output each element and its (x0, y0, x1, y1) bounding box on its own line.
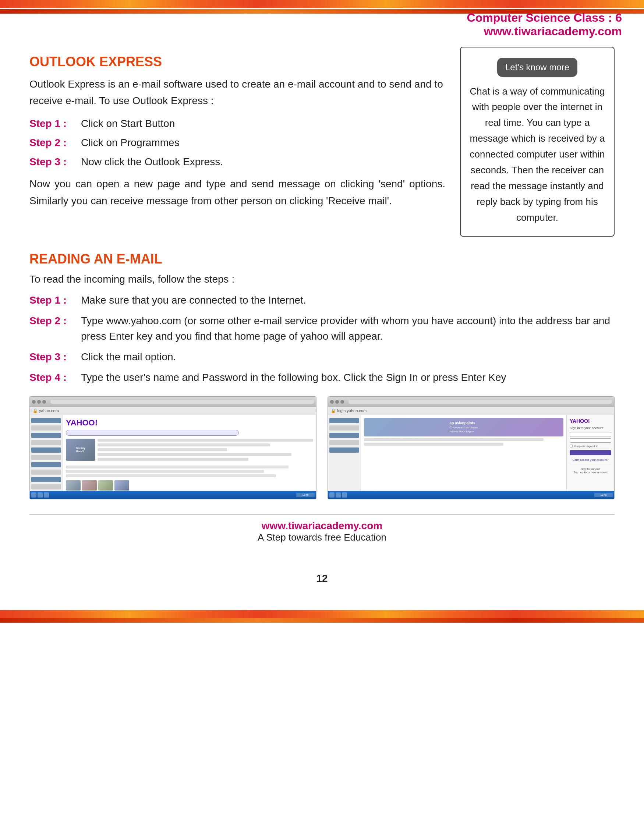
ss2-asianpaints-text: ap asianpaintsChoose extraordinaryhomes … (450, 421, 478, 433)
ss1-content-blocks: GalaxyNote5 (66, 439, 313, 463)
ss1-trend2 (66, 470, 264, 473)
footer-divider (30, 514, 614, 515)
ss1-browser-bar: 🔒 yahoo.com (30, 407, 316, 415)
ss1-dot3 (42, 400, 46, 404)
ss1-url: 🔒 yahoo.com (33, 408, 59, 413)
page-number: 12 (30, 572, 614, 584)
section2-title: READING AN E-MAIL (30, 251, 614, 267)
ss1-line5 (97, 458, 248, 461)
ss2-sidebar-item2 (329, 425, 359, 431)
ss1-sidebar-item6 (31, 455, 61, 460)
reading-step2-label: Step 2 : (30, 313, 81, 329)
ss1-sidebar-item8 (31, 470, 61, 475)
ss1-trending (66, 466, 313, 477)
bottom-gradient-bar (0, 610, 644, 618)
ss2-main: ap asianpaintsChoose extraordinaryhomes … (361, 415, 566, 491)
ss2-sidebar-item4 (329, 440, 359, 445)
bottom-gradient-bar2 (0, 618, 644, 623)
ss2-taskbar: 12:45 (328, 491, 614, 499)
left-column: OUTLOOK EXPRESS Outlook Express is an e-… (30, 43, 445, 209)
ss2-time: 12:45 (594, 493, 613, 497)
section1-paragraph: Now you can open a new page and type and… (30, 176, 445, 209)
ss1-img-block: GalaxyNote5 (66, 439, 95, 461)
screenshots-container: 🔒 yahoo.com (30, 396, 614, 499)
ss2-task-icon1 (335, 492, 341, 497)
page-content: OUTLOOK EXPRESS Outlook Express is an e-… (0, 14, 644, 607)
ss2-dot1 (330, 400, 334, 404)
ss2-content: ap asianpaintsChoose extraordinaryhomes … (328, 415, 614, 491)
ss2-tab-bar (348, 400, 612, 404)
ss1-sidebar-item5 (31, 447, 61, 453)
ss1-sidebar-item7 (31, 462, 61, 467)
ss1-bottom-img4 (114, 480, 129, 491)
ss1-bottom-img1 (66, 480, 81, 491)
reading-step1-label: Step 1 : (30, 293, 81, 308)
reading-step3-row: Step 3 : Click the mail option. (30, 349, 614, 365)
reading-step4-row: Step 4 : Type the user's name and Passwo… (30, 370, 614, 385)
step1-row: Step 1 : Click on Start Button (30, 116, 445, 132)
ss2-signin-button (570, 450, 611, 455)
ss2-signin-title: Sign in to your account (570, 426, 611, 430)
ss2-url: 🔒 login.yahoo.com (331, 408, 367, 413)
footer-website: www.tiwariacademy.com (30, 520, 614, 532)
ss1-sidebar-item1 (31, 418, 61, 423)
footer-tagline: A Step towards free Education (30, 532, 614, 543)
ss1-search-bar (66, 430, 239, 436)
right-column: Let's know more Chat is a way of communi… (460, 43, 614, 237)
ss1-sidebar-item3 (31, 433, 61, 438)
step2-row: Step 2 : Click on Programmes (30, 135, 445, 151)
ss2-remember-checkbox (570, 445, 573, 447)
ss2-sidebar (328, 415, 361, 491)
ss1-task-icon1 (38, 492, 43, 497)
step3-text: Now click the Outlook Express. (81, 154, 223, 169)
ss1-toolbar (30, 397, 316, 407)
know-more-text: Chat is a way of communicating with peop… (470, 83, 605, 226)
page-footer: www.tiwariacademy.com A Step towards fre… (30, 514, 614, 565)
screenshot2: 🔒 login.yahoo.com ap asianpaints (327, 396, 614, 499)
step3-row: Step 3 : Now click the Outlook Express. (30, 154, 445, 169)
ss2-sidebar-item1 (329, 418, 359, 423)
ss2-line2 (364, 443, 503, 445)
ss1-sidebar-item9 (31, 477, 61, 482)
section2-intro: To read the incoming mails, follow the s… (30, 273, 614, 285)
reading-steps: Step 1 : Make sure that you are connecte… (30, 293, 614, 385)
ss1-bottom-img3 (98, 480, 113, 491)
ss1-dot1 (32, 400, 36, 404)
know-more-box: Let's know more Chat is a way of communi… (460, 47, 614, 237)
step1-label: Step 1 : (30, 116, 81, 132)
ss1-sidebar-item10 (31, 484, 61, 489)
ss2-line1 (364, 438, 544, 441)
screenshot1-inner: 🔒 yahoo.com (30, 397, 316, 499)
step3-label: Step 3 : (30, 154, 81, 169)
ss1-sidebar-item4 (31, 440, 61, 445)
ss2-dot2 (335, 400, 339, 404)
ss2-browser-bar: 🔒 login.yahoo.com (328, 407, 614, 415)
section1-intro: Outlook Express is an e-mail software us… (30, 76, 445, 109)
ss1-line2 (97, 444, 270, 446)
ss2-right-panel: YAHOO! Sign in to your account Keep me s… (566, 415, 614, 491)
ss1-dot2 (37, 400, 41, 404)
ss1-content: YAHOO! GalaxyNote5 (30, 415, 316, 491)
reading-step1-row: Step 1 : Make sure that you are connecte… (30, 293, 614, 308)
ss1-main: YAHOO! GalaxyNote5 (63, 415, 316, 491)
know-more-title: Let's know more (497, 58, 577, 77)
ss1-line3 (97, 448, 227, 451)
ss1-trend3 (66, 474, 276, 477)
step2-label: Step 2 : (30, 135, 81, 151)
ss1-taskbar: 12:45 (30, 491, 316, 499)
step1-text: Click on Start Button (81, 116, 175, 132)
outlook-section: OUTLOOK EXPRESS Outlook Express is an e-… (30, 43, 614, 237)
ss1-sidebar-item2 (31, 425, 61, 431)
ss1-line4 (97, 453, 291, 456)
ss2-task-icon2 (342, 492, 347, 497)
reading-step2-text: Type www.yahoo.com (or some other e-mail… (81, 313, 614, 344)
reading-step4-label: Step 4 : (30, 370, 81, 385)
screenshot2-inner: 🔒 login.yahoo.com ap asianpaints (328, 397, 614, 499)
section1-title: OUTLOOK EXPRESS (30, 54, 445, 69)
ss2-new-yahoo: New to Yahoo?Sign up for a new account (570, 465, 611, 474)
ss2-toolbar (328, 397, 614, 407)
top-gradient-bar (0, 0, 644, 8)
ss2-cant-access: Can't access your account? (570, 458, 611, 461)
reading-step3-label: Step 3 : (30, 349, 81, 365)
reading-step2-row: Step 2 : Type www.yahoo.com (or some oth… (30, 313, 614, 344)
